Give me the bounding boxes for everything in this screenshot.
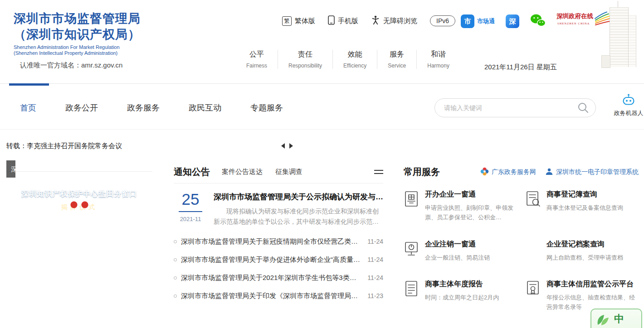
credit-badge-icon xyxy=(525,280,541,312)
archive-query-icon xyxy=(525,240,541,263)
value-harmony: 和谐Harmony xyxy=(416,50,460,69)
ipv6-badge[interactable]: IPv6 xyxy=(430,15,455,26)
floating-green-widget[interactable]: 中 xyxy=(590,309,642,328)
gov-robot-link[interactable]: 政务机器人 xyxy=(612,94,644,117)
prev-arrow-icon[interactable] xyxy=(281,143,285,149)
main-nav: 首页 政务公开 政务服务 政民互动 专题服务 xyxy=(20,102,283,113)
tab-surveys[interactable]: 征集调查 xyxy=(275,168,302,176)
news-ticker: 转载：李克强主持召开国务院常务会议 xyxy=(0,136,644,156)
notice-list-item[interactable]: 深圳市市场监督管理局关于2021年深圳市学生书包等3类产… 11-24 xyxy=(174,269,383,287)
gd-gov-service-icon xyxy=(480,167,489,177)
service-header-links: 广东政务服务网 深圳市统一电子印章管理系统 xyxy=(480,167,639,177)
org-name-line1: 深圳市市场监督管理局 xyxy=(14,11,141,27)
service-grid: 开办企业一窗通 申请营业执照、刻制印章、申领发票、员工参保登记、公积金… 商事登… xyxy=(404,190,639,312)
services-title[interactable]: 常用服务 xyxy=(404,166,440,178)
search-icon[interactable] xyxy=(577,102,589,114)
service-item-company-setup[interactable]: 开办企业一窗通 申请营业执照、刻制印章、申领发票、员工参保登记、公积金… xyxy=(404,190,525,222)
nav-special-topics[interactable]: 专题服务 xyxy=(250,102,283,113)
traditional-chinese-icon: 繁 xyxy=(282,16,292,26)
app-icons-bar: 市 市场通 深 深圳政府在线 SHENZHEN CHINA xyxy=(461,11,611,32)
official-domain-note: 认准唯一官方域名：amr.sz.gov.cn xyxy=(14,61,141,70)
notice-tabs: 案件公告送达 征集调查 xyxy=(222,168,302,176)
service-desc: 网上自助查档、受理申请查档 xyxy=(546,253,623,263)
featured-month: 2021-11 xyxy=(174,216,207,222)
service-desc: 商事主体登记及备案信息查询 xyxy=(546,203,623,213)
bullet-icon xyxy=(174,276,177,280)
notice-date: 11-23 xyxy=(367,292,383,299)
notice-date: 11-24 xyxy=(367,256,383,263)
market-app-icon: 市 xyxy=(461,14,474,28)
notice-link[interactable]: 深圳市市场监督管理局关于2021年深圳市学生书包等3类产… xyxy=(181,274,361,282)
more-icon[interactable] xyxy=(374,166,383,178)
service-item-deregistration[interactable]: 企业注销一窗通 企业一般注销、简易注销 xyxy=(404,240,525,263)
gd-gov-service-link[interactable]: 广东政务服务网 xyxy=(480,167,536,177)
notice-list-item[interactable]: 深圳市市场监督管理局关于印发《深圳市市场监督管理局商… 11-23 xyxy=(174,287,383,305)
shen-i-app-link[interactable]: 深 xyxy=(506,14,519,28)
market-app-link[interactable]: 市 市场通 xyxy=(461,14,495,28)
value-service: 服务Service xyxy=(377,50,416,69)
service-title[interactable]: 企业登记档案查询 xyxy=(546,240,623,249)
banner-title: 深圳知识产权保护中心盐田分窗口 xyxy=(6,189,152,199)
service-title[interactable]: 开办企业一窗通 xyxy=(425,190,515,199)
accessibility-icon xyxy=(371,15,380,26)
eseal-system-link[interactable]: 深圳市统一电子印章管理系统 xyxy=(545,168,639,177)
utility-bar: 繁 繁体版 手机版 无障碍浏览 IPv6 xyxy=(282,14,455,28)
org-en-line2: (Shenzhen Intellectual Property Administ… xyxy=(14,50,141,56)
mobile-version-label: 手机版 xyxy=(338,17,358,25)
annual-report-icon xyxy=(404,280,419,312)
notice-link[interactable]: 深圳市市场监督管理局关于举办促进体外诊断企业“高质量… xyxy=(181,256,361,264)
site-logo[interactable]: 深圳市市场监督管理局 （深圳市知识产权局） Shenzhen Administr… xyxy=(14,11,141,70)
company-setup-icon xyxy=(404,190,419,222)
notice-link[interactable]: 深圳市市场监督管理局关于印发《深圳市市场监督管理局商… xyxy=(181,292,361,300)
accessibility-link[interactable]: 无障碍浏览 xyxy=(371,15,417,26)
service-title[interactable]: 商事主体信用监管公示平台 xyxy=(546,280,636,289)
wechat-link[interactable] xyxy=(530,14,546,29)
service-title[interactable]: 企业注销一窗通 xyxy=(425,240,490,249)
power-off-icon xyxy=(404,240,419,263)
carousel-controls xyxy=(281,143,293,149)
next-arrow-icon[interactable] xyxy=(289,143,293,149)
mobile-version-link[interactable]: 手机版 xyxy=(328,15,358,26)
notice-list-item[interactable]: 深圳市市场监督管理局关于新冠疫情期间全市仅经营乙类非… 11-24 xyxy=(174,232,383,251)
value-efficiency: 效能Efficiency xyxy=(332,50,377,69)
page: 深圳市市场监督管理局 （深圳市知识产权局） Shenzhen Administr… xyxy=(0,0,644,328)
ticker-headline[interactable]: 转载：李克强主持召开国务院常务会议 xyxy=(6,142,122,150)
featured-day: 25 xyxy=(174,191,207,208)
notices-title[interactable]: 通知公告 xyxy=(174,166,210,178)
service-desc: 企业一般注销、简易注销 xyxy=(425,253,490,263)
person-icon xyxy=(545,168,553,177)
widget-label: 中 xyxy=(614,312,624,326)
org-name-line2: （深圳市知识产权局） xyxy=(14,27,141,43)
org-name-en: Shenzhen Administration For Market Regul… xyxy=(14,44,141,56)
service-item-archive-query[interactable]: 企业登记档案查询 网上自助查档、受理申请查档 xyxy=(525,240,639,263)
mobile-icon xyxy=(328,15,335,26)
gov-online-en-text: SHENZHEN CHINA xyxy=(557,22,590,25)
nav-public-interaction[interactable]: 政民互动 xyxy=(189,102,221,113)
tab-case-announcements[interactable]: 案件公告送达 xyxy=(222,168,263,176)
nav-home[interactable]: 首页 xyxy=(20,102,36,113)
service-title[interactable]: 商事登记簿查询 xyxy=(546,190,623,199)
gov-robot-label: 政务机器人 xyxy=(612,109,644,117)
notice-link[interactable]: 深圳市市场监督管理局关于新冠疫情期间全市仅经营乙类非… xyxy=(181,237,361,246)
service-item-registry-query[interactable]: 商事登记簿查询 商事主体登记及备案信息查询 xyxy=(525,190,639,222)
featured-notice-title[interactable]: 深圳市市场监督管理局关于公示拟确认为研发与标… xyxy=(214,192,383,202)
nav-gov-disclosure[interactable]: 政务公开 xyxy=(65,102,98,113)
notices-section: 通知公告 案件公告送达 征集调查 25 2021-11 深圳市市场监督管理局关于… xyxy=(174,166,383,305)
org-name-zh: 深圳市市场监督管理局 （深圳市知识产权局） xyxy=(14,11,141,43)
search-input[interactable] xyxy=(443,104,577,112)
search-box[interactable] xyxy=(434,98,596,117)
service-item-annual-report[interactable]: 商事主体年度报告 时间：成立周年之日起2月内 xyxy=(404,280,525,312)
service-item-credit-platform[interactable]: 商事主体信用监管公示平台 年报公示信息、抽查检查结果、经营异常名录等 xyxy=(525,280,639,312)
main-nav-bar: 首页 政务公开 政务服务 政民互动 专题服务 政务机器人 xyxy=(0,83,644,130)
carousel-photo-2[interactable]: 深圳知识产权保护中心盐田分窗口 揭牌仪式 xyxy=(6,189,152,212)
bullet-icon xyxy=(174,258,177,261)
service-title[interactable]: 商事主体年度报告 xyxy=(425,280,499,289)
nav-gov-services[interactable]: 政务服务 xyxy=(127,102,160,113)
value-fairness: 公平Fairness xyxy=(236,50,278,69)
featured-notice[interactable]: 25 2021-11 深圳市市场监督管理局关于公示拟确认为研发与标… 现将拟确认… xyxy=(174,191,383,227)
featured-date-box: 25 2021-11 xyxy=(174,191,207,227)
notice-list-item[interactable]: 深圳市市场监督管理局关于举办促进体外诊断企业“高质量… 11-24 xyxy=(174,251,383,269)
traditional-version-link[interactable]: 繁 繁体版 xyxy=(282,16,315,26)
bullet-icon xyxy=(174,240,177,243)
bullet-icon xyxy=(174,294,177,298)
